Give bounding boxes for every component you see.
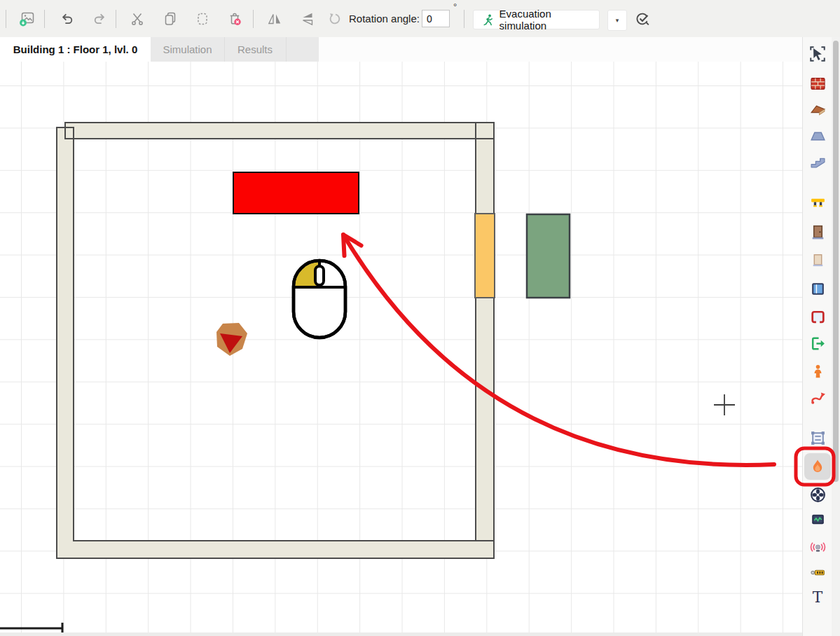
exit-tool-button[interactable] [806, 331, 829, 355]
open-door-tool-button[interactable] [806, 248, 829, 272]
validate-click-icon [633, 10, 652, 28]
evacuation-simulation-label: Evacuation simulation [500, 8, 599, 32]
export-image-icon [19, 10, 36, 28]
select-tool-button[interactable] [806, 42, 829, 66]
evacuation-simulation-button[interactable]: Evacuation simulation [473, 10, 600, 29]
vertical-scrollbar[interactable] [832, 37, 840, 636]
zone-icon [809, 307, 827, 325]
path-tool-button[interactable] [806, 386, 829, 410]
delete-icon [226, 10, 243, 28]
delete-button[interactable] [226, 11, 243, 27]
degree-symbol: ° [453, 1, 457, 12]
main-toolbar: Rotation angle: ° Evacuation simulation … [0, 0, 840, 38]
roof-icon [809, 102, 827, 119]
stairs-tool-button[interactable] [806, 150, 829, 174]
fan-tool-button[interactable] [806, 483, 829, 506]
person-icon [809, 363, 827, 380]
vertical-scrollbar-thumb[interactable] [833, 41, 839, 482]
brick-wall-icon [809, 75, 827, 92]
floor-plan-drawing [0, 62, 802, 636]
text-icon: T [808, 588, 827, 606]
sensor-tool-button[interactable] [806, 560, 829, 584]
floor-plan-canvas[interactable] [0, 62, 802, 636]
undo-button[interactable] [59, 11, 76, 27]
copy-button[interactable] [162, 11, 179, 27]
open-door-icon [809, 251, 827, 269]
evacuation-simulation-app: Rotation angle: ° Evacuation simulation … [0, 0, 840, 636]
tab-results[interactable]: Results [224, 37, 287, 62]
window-tool-button[interactable] [806, 277, 829, 300]
rotation-angle-label: Rotation angle: [349, 0, 420, 37]
tool-sidebar: T [802, 37, 832, 636]
toolbar-separator [116, 10, 116, 28]
person-tool-button[interactable] [806, 359, 829, 383]
tab-building-floor[interactable]: Building 1 : Floor 1, lvl. 0 [0, 37, 151, 62]
siren-icon [809, 538, 827, 555]
flip-horizontal-icon [266, 11, 283, 27]
redo-button[interactable] [91, 11, 108, 27]
toolbar-separator [6, 10, 6, 28]
exit-icon [809, 335, 827, 352]
rotate-icon [326, 11, 343, 27]
sensor-icon [809, 564, 827, 581]
fan-icon [809, 486, 827, 504]
monitor-icon [809, 511, 827, 528]
platform-icon [809, 127, 827, 145]
wall-tool-button[interactable] [806, 71, 829, 95]
validate-button[interactable] [633, 9, 652, 29]
simulation-dropdown-button[interactable]: ▾ [607, 10, 627, 31]
mouse-scroll-wheel [315, 266, 324, 285]
roof-tool-button[interactable] [806, 98, 829, 122]
stairs-icon [809, 153, 827, 171]
bench-tool-button[interactable] [806, 190, 829, 214]
undo-icon [59, 11, 76, 27]
toolbar-separator [253, 10, 254, 28]
horizontal-scrollbar[interactable] [0, 632, 802, 636]
cut-button[interactable] [129, 11, 146, 27]
mouse-hint-illustration [294, 261, 345, 338]
copy-icon [162, 11, 179, 27]
toolbar-separator [44, 10, 45, 28]
door-opening[interactable] [475, 214, 495, 298]
chevron-down-icon: ▾ [616, 17, 619, 24]
red-zone-rect[interactable] [233, 172, 359, 214]
wall-right[interactable] [476, 123, 494, 558]
window-icon [809, 280, 827, 298]
cut-icon [129, 11, 146, 27]
rotate-button[interactable] [326, 11, 343, 27]
flip-horizontal-button[interactable] [266, 11, 283, 27]
zone-tool-button[interactable] [806, 304, 829, 328]
fire-source-marker[interactable] [216, 323, 247, 356]
door-tool-button[interactable] [806, 220, 829, 244]
door-icon [809, 223, 827, 241]
paste-button[interactable] [194, 11, 211, 27]
tab-bar: Simulation Results Building 1 : Floor 1,… [0, 37, 840, 62]
area-icon [809, 429, 827, 447]
fire-tool-button[interactable] [804, 453, 831, 480]
toolbar-separator [464, 10, 464, 28]
export-image-button[interactable] [19, 11, 36, 27]
svg-text:T: T [813, 588, 823, 606]
paste-icon [194, 11, 211, 27]
wall-top[interactable] [65, 123, 494, 139]
text-tool-button[interactable]: T [806, 585, 829, 609]
tab-simulation[interactable]: Simulation [151, 37, 225, 62]
siren-tool-button[interactable] [806, 534, 829, 558]
runner-icon [481, 13, 495, 27]
flip-vertical-icon [299, 11, 316, 27]
green-zone-rect[interactable] [527, 214, 570, 298]
select-icon [808, 45, 827, 63]
flip-vertical-button[interactable] [299, 11, 316, 27]
rotation-angle-input[interactable] [422, 10, 450, 27]
redo-icon [91, 11, 108, 27]
bench-icon [809, 193, 827, 211]
path-icon [809, 389, 827, 407]
platform-tool-button[interactable] [806, 124, 829, 148]
area-tool-button[interactable] [806, 426, 829, 450]
monitor-tool-button[interactable] [806, 507, 829, 531]
fire-icon [809, 458, 826, 475]
